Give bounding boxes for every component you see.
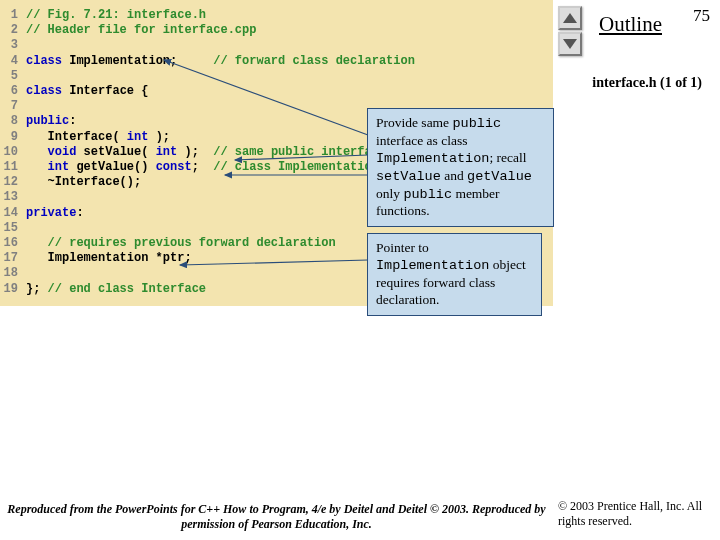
callout-mono: Implementation (376, 258, 489, 273)
code-text (26, 145, 48, 159)
line-gutter: 5 (0, 69, 26, 84)
code-text: setValue( (76, 145, 155, 159)
line-gutter: 2 (0, 23, 26, 38)
line-gutter: 9 (0, 130, 26, 145)
code-text: Interface( (26, 130, 127, 144)
code-comment: // end class Interface (48, 282, 206, 296)
callout-mono: getValue (467, 169, 532, 184)
line-gutter: 19 (0, 282, 26, 297)
code-keyword: class (26, 84, 69, 98)
code-text (26, 160, 48, 174)
reproduction-credit: Reproduced from the PowerPoints for C++ … (0, 502, 553, 532)
line-gutter: 1 (0, 8, 26, 23)
line-gutter: 13 (0, 190, 26, 205)
line-gutter: 4 (0, 54, 26, 69)
code-text: Interface { (69, 84, 148, 98)
code-text: getValue() (69, 160, 155, 174)
nav-next-button[interactable] (558, 32, 582, 56)
line-gutter: 7 (0, 99, 26, 114)
line-gutter: 14 (0, 206, 26, 221)
code-text: Implementation *ptr; (26, 251, 192, 265)
callout-pointer: Pointer to Implementation object require… (367, 233, 542, 316)
line-gutter: 17 (0, 251, 26, 266)
line-gutter: 12 (0, 175, 26, 190)
code-text: ~Interface(); (26, 175, 141, 189)
line-gutter: 16 (0, 236, 26, 251)
line-gutter: 6 (0, 84, 26, 99)
callout-mono: Implementation (376, 151, 489, 166)
code-text (26, 236, 48, 250)
copyright-text: © 2003 Prentice Hall, Inc. All rights re… (558, 499, 708, 530)
line-gutter: 18 (0, 266, 26, 281)
code-keyword: int (48, 160, 70, 174)
line-gutter: 11 (0, 160, 26, 175)
code-comment: // requires previous forward declaration (48, 236, 336, 250)
code-text: ); (148, 130, 170, 144)
code-keyword: class (26, 54, 69, 68)
code-text: Implementation; (69, 54, 213, 68)
line-gutter: 3 (0, 38, 26, 53)
code-comment: // Header file for interface.cpp (26, 23, 256, 37)
callout-text: Provide same (376, 115, 453, 130)
code-text: ); (177, 145, 213, 159)
line-gutter: 10 (0, 145, 26, 160)
callout-mono: setValue (376, 169, 441, 184)
code-keyword: public (26, 114, 69, 128)
code-comment: // Fig. 7.21: interface.h (26, 8, 206, 22)
callout-text: interface as class (376, 133, 467, 148)
line-gutter: 15 (0, 221, 26, 236)
code-keyword: private (26, 206, 76, 220)
code-comment: // class Implementation (213, 160, 379, 174)
callout-mono: public (403, 187, 452, 202)
code-text: }; (26, 282, 48, 296)
code-keyword: int (156, 145, 178, 159)
outline-heading: Outline (599, 12, 662, 37)
callout-mono: public (453, 116, 502, 131)
code-comment: // forward class declaration (213, 54, 415, 68)
slide-number: 75 (693, 6, 710, 26)
code-text: : (76, 206, 83, 220)
code-keyword: void (48, 145, 77, 159)
triangle-up-icon (563, 13, 577, 23)
callout-text: Pointer to (376, 240, 429, 255)
file-subtitle: interface.h (1 of 1) (592, 75, 702, 91)
line-gutter: 8 (0, 114, 26, 129)
callout-text: ; recall (489, 150, 526, 165)
code-keyword: const (156, 160, 192, 174)
callout-public-interface: Provide same public interface as class I… (367, 108, 554, 227)
triangle-down-icon (563, 39, 577, 49)
callout-text: and (441, 168, 467, 183)
callout-text: only (376, 186, 403, 201)
code-text: ; (192, 160, 214, 174)
code-text: : (69, 114, 76, 128)
nav-controls (558, 6, 586, 58)
nav-prev-button[interactable] (558, 6, 582, 30)
code-keyword: int (127, 130, 149, 144)
